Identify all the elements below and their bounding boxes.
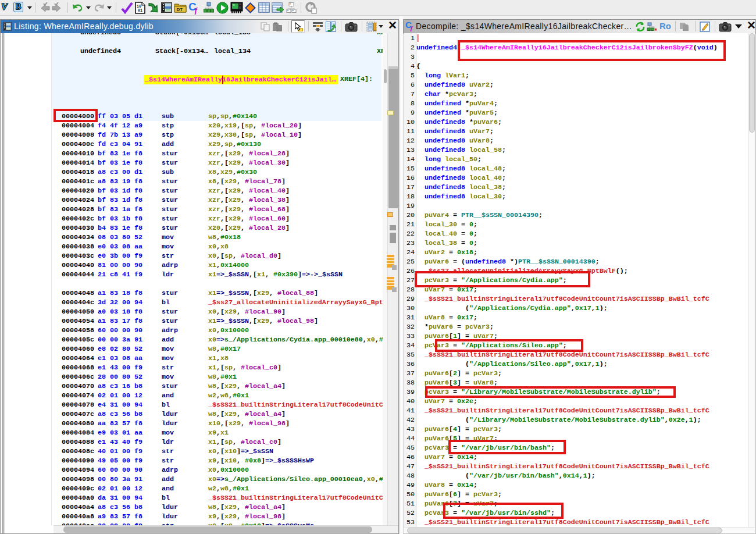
svg-text:01: 01 [138,9,142,13]
svg-text:10: 10 [137,5,141,9]
svg-text:DT: DT [177,7,183,12]
